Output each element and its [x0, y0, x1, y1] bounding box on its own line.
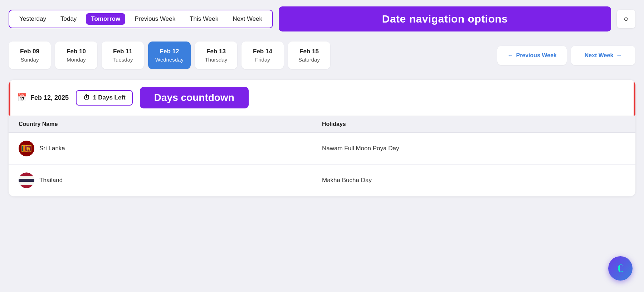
flag-th-white	[19, 176, 34, 179]
flag-th-white2	[19, 182, 34, 185]
fab-button[interactable]: ℂ	[608, 256, 633, 281]
day-card-feb12[interactable]: Feb 12 Wednesday	[148, 42, 191, 69]
days-left-badge: ⏱ 1 Days Left	[76, 90, 133, 106]
search-icon: ○	[624, 14, 628, 24]
clock-icon: ⏱	[83, 94, 90, 102]
flag-th-blue	[19, 179, 34, 182]
fab-icon: ℂ	[618, 263, 624, 274]
content-header: 📅 Feb 12, 2025 ⏱ 1 Days Left Days countd…	[9, 80, 635, 116]
day-date-feb14: Feb 14	[249, 48, 277, 55]
col-holidays-header: Holidays	[322, 121, 625, 127]
day-date-feb09: Feb 09	[16, 48, 44, 55]
day-date-feb12: Feb 12	[155, 48, 184, 55]
this-week-button[interactable]: This Week	[185, 13, 223, 25]
calendar-icon: 📅	[17, 93, 27, 102]
today-button[interactable]: Today	[55, 13, 82, 25]
day-card-feb13[interactable]: Feb 13 Thursday	[195, 42, 237, 69]
date-badge: 📅 Feb 12, 2025	[17, 93, 69, 102]
search-button[interactable]: ○	[617, 10, 635, 28]
red-bar-left	[9, 80, 10, 116]
table-row-thailand: Thailand Makha Bucha Day	[9, 165, 635, 196]
day-card-feb11[interactable]: Feb 11 Tuesday	[102, 42, 144, 69]
flag-srilanka: 🇱🇰	[19, 141, 34, 156]
countdown-banner: Days countdown	[140, 87, 249, 108]
red-bar-right	[634, 80, 635, 116]
prev-week-label: Previous Week	[516, 52, 557, 59]
day-card-feb10[interactable]: Feb 10 Monday	[55, 42, 97, 69]
prev-week-arrow-icon: ←	[507, 52, 513, 59]
flag-thailand-stripes	[19, 172, 34, 188]
next-week-label: Next Week	[585, 52, 614, 59]
holiday-srilanka: Nawam Full Moon Poya Day	[322, 145, 625, 152]
holiday-thailand: Makha Bucha Day	[322, 177, 625, 184]
day-name-feb12: Wednesday	[155, 57, 184, 63]
country-cell-thailand: Thailand	[19, 172, 322, 188]
countdown-banner-text: Days countdown	[154, 92, 234, 103]
country-name-thailand: Thailand	[39, 177, 63, 184]
flag-th-red-top	[19, 172, 34, 176]
yesterday-button[interactable]: Yesterday	[14, 13, 51, 25]
date-nav-banner: Date navigation options	[279, 6, 611, 31]
day-name-feb13: Thursday	[202, 57, 230, 63]
day-date-feb15: Feb 15	[295, 48, 323, 55]
flag-thailand	[19, 172, 34, 188]
date-label: Feb 12, 2025	[30, 94, 69, 102]
top-bar: Yesterday Today Tomorrow Previous Week T…	[0, 0, 644, 38]
day-card-feb09[interactable]: Feb 09 Sunday	[9, 42, 51, 69]
day-name-feb14: Friday	[249, 57, 277, 63]
country-name-srilanka: Sri Lanka	[39, 145, 65, 152]
col-country-header: Country Name	[19, 121, 322, 127]
day-date-feb10: Feb 10	[62, 48, 90, 55]
day-date-feb13: Feb 13	[202, 48, 230, 55]
tomorrow-button[interactable]: Tomorrow	[86, 13, 125, 25]
days-left-text: 1 Days Left	[93, 94, 126, 101]
day-date-feb11: Feb 11	[109, 48, 137, 55]
next-week-quick-button[interactable]: Next Week	[228, 13, 267, 25]
country-cell-srilanka: 🇱🇰 Sri Lanka	[19, 141, 322, 156]
prev-week-quick-button[interactable]: Previous Week	[130, 13, 180, 25]
date-nav-banner-text: Date navigation options	[382, 13, 508, 25]
day-name-feb10: Monday	[62, 57, 90, 63]
quick-nav-group: Yesterday Today Tomorrow Previous Week T…	[9, 10, 273, 28]
next-week-button[interactable]: Next Week →	[571, 46, 635, 65]
week-nav-section: Feb 09 Sunday Feb 10 Monday Feb 11 Tuesd…	[0, 38, 644, 73]
day-name-feb09: Sunday	[16, 57, 44, 63]
content-section: 📅 Feb 12, 2025 ⏱ 1 Days Left Days countd…	[9, 80, 635, 196]
prev-week-button[interactable]: ← Previous Week	[497, 46, 567, 65]
day-name-feb15: Saturday	[295, 57, 323, 63]
day-name-feb11: Tuesday	[109, 57, 137, 63]
day-card-feb15[interactable]: Feb 15 Saturday	[288, 42, 330, 69]
day-card-feb14[interactable]: Feb 14 Friday	[241, 42, 284, 69]
table-header: Country Name Holidays	[9, 116, 635, 133]
flag-th-red-bottom	[19, 185, 34, 188]
next-week-arrow-icon: →	[616, 52, 622, 59]
table-row-srilanka: 🇱🇰 Sri Lanka Nawam Full Moon Poya Day	[9, 133, 635, 165]
